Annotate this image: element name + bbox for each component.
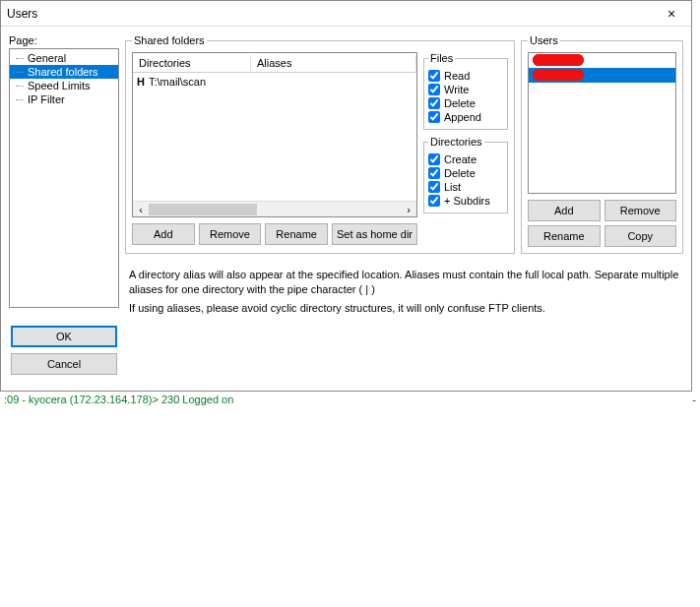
header-directories[interactable]: Directories [133,55,251,71]
help-text: A directory alias will also appear at th… [129,268,679,316]
directory-row[interactable]: H T:\mail\scan [133,73,416,91]
perm-read[interactable]: Read [428,70,503,82]
perm-append-checkbox[interactable] [428,111,440,123]
add-user-button[interactable]: Add [528,200,601,221]
perm-read-checkbox[interactable] [428,70,440,82]
shared-wrap: Shared folders Directories Aliases H T [125,34,683,254]
dirlist-header: Directories Aliases [133,53,416,73]
perm-dir-delete-checkbox[interactable] [428,167,440,179]
help-line2: If using aliases, please avoid cyclic di… [129,301,679,316]
user-item-selected[interactable] [529,68,675,83]
shared-column: Shared folders Directories Aliases H T [125,34,683,316]
dialog-body: Page: General Shared folders Speed Limit… [1,27,691,316]
remove-folder-button[interactable]: Remove [199,223,262,245]
page-item-speed-limits[interactable]: Speed Limits [10,79,118,92]
set-home-dir-button[interactable]: Set as home dir [332,223,417,245]
perm-write-checkbox[interactable] [428,84,440,95]
permissions-column: Files Read Write Delete Append Directori… [423,52,508,245]
horizontal-scrollbar[interactable]: ‹ › [133,201,416,216]
directory-path: T:\mail\scan [149,76,206,88]
scroll-right-icon[interactable]: › [401,204,416,215]
scroll-thumb[interactable] [149,204,257,215]
rename-user-button[interactable]: Rename [528,225,601,247]
perm-delete[interactable]: Delete [428,97,503,109]
scroll-track[interactable] [149,204,401,215]
page-item-ip-filter[interactable]: IP Filter [10,92,118,106]
add-folder-button[interactable]: Add [132,223,195,245]
dirs-legend: Directories [428,136,484,148]
dirs-perm-group: Directories Create Delete List + Subdirs [423,136,508,213]
perm-list-checkbox[interactable] [428,181,440,193]
rename-folder-button[interactable]: Rename [265,223,328,245]
titlebar: Users × [1,1,691,27]
files-legend: Files [428,52,455,64]
user-item[interactable] [529,53,675,68]
directory-list[interactable]: Directories Aliases H T:\mail\scan ‹ [132,52,417,217]
home-icon: H [137,76,149,88]
users-legend: Users [528,34,560,46]
ok-button[interactable]: OK [11,326,117,347]
window-title: Users [7,7,37,21]
shared-folders-group: Shared folders Directories Aliases H T [125,34,515,254]
perm-subdirs[interactable]: + Subdirs [428,195,503,207]
shared-folders-legend: Shared folders [132,34,207,46]
help-line1: A directory alias will also appear at th… [129,268,679,297]
cancel-button[interactable]: Cancel [11,353,117,375]
status-text: :09 - kyocera (172.23.164.178)> 230 Logg… [4,394,233,405]
perm-create[interactable]: Create [428,153,503,165]
users-group: Users Add Remove Rename Copy [521,34,683,254]
dialog-footer: OK Cancel [1,316,691,391]
files-perm-group: Files Read Write Delete Append [423,52,508,130]
header-aliases[interactable]: Aliases [251,55,416,71]
remove-user-button[interactable]: Remove [605,200,677,221]
close-icon[interactable]: × [652,1,691,27]
redacted-icon [533,69,584,81]
perm-subdirs-checkbox[interactable] [428,195,440,207]
shared-buttons: Add Remove Rename Set as home dir [132,223,417,245]
dirlist-wrap: Directories Aliases H T:\mail\scan ‹ [132,52,417,245]
user-list[interactable] [528,52,676,194]
scroll-left-icon[interactable]: ‹ [133,204,149,215]
copy-user-button[interactable]: Copy [605,225,677,247]
page-tree[interactable]: General Shared folders Speed Limits IP F… [9,48,119,308]
perm-dir-delete[interactable]: Delete [428,167,503,179]
page-item-general[interactable]: General [10,51,118,65]
perm-create-checkbox[interactable] [428,153,440,165]
perm-write[interactable]: Write [428,84,503,95]
users-dialog: Users × Page: General Shared folders Spe… [0,0,692,392]
status-line: :09 - kyocera (172.23.164.178)> 230 Logg… [0,392,700,407]
page-column: Page: General Shared folders Speed Limit… [9,34,119,316]
perm-delete-checkbox[interactable] [428,97,440,109]
user-buttons: Add Remove Rename Copy [528,200,676,247]
page-item-shared-folders[interactable]: Shared folders [10,65,118,79]
status-dash: - [692,394,696,405]
perm-append[interactable]: Append [428,111,503,123]
page-label: Page: [9,34,119,46]
perm-list[interactable]: List [428,181,503,193]
redacted-icon [533,54,584,66]
